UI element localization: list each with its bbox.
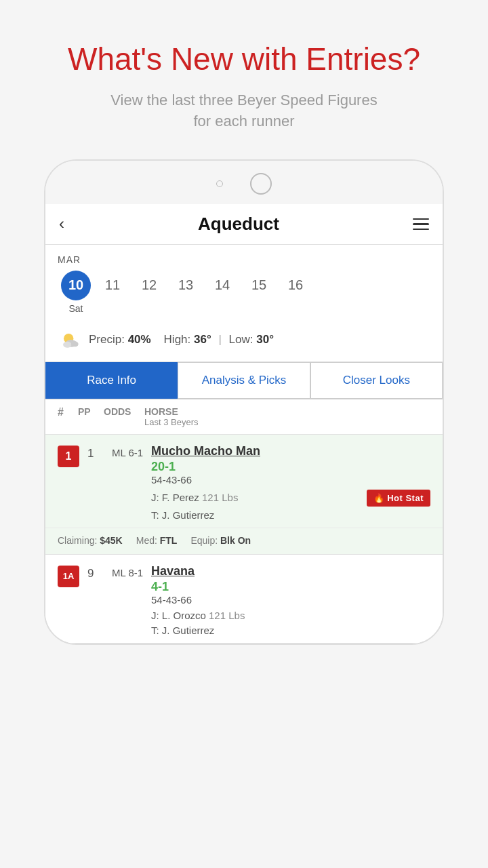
date-10[interactable]: 10: [61, 271, 91, 300]
date-strip: MAR 10 11 12 13 14 15 16 Sat: [45, 245, 443, 314]
entry-odds-label-1: ML 6-1: [112, 447, 151, 458]
jockey-row-1: J: F. Perez 121 Lbs 🔥 Hot Stat: [151, 490, 430, 507]
claiming-1: Claiming: $45K: [58, 535, 123, 546]
menu-button[interactable]: [413, 218, 429, 231]
horse-name-2[interactable]: Havana: [151, 564, 430, 578]
high-value: 36°: [194, 333, 211, 346]
back-button[interactable]: ‹: [59, 214, 64, 233]
weather-icon: [58, 328, 82, 352]
entry-footer-1: Claiming: $45K Med: FTL Equip: Blk On: [45, 528, 443, 554]
app-navbar: ‹ Aqueduct: [45, 204, 443, 245]
hot-stat-label: Hot Stat: [387, 493, 424, 503]
hamburger-line-1: [413, 218, 429, 220]
weather-text: Precip: 40% High: 36° | Low: 30°: [89, 333, 274, 347]
subtitle: View the last three Beyer Speed Figuresf…: [27, 90, 461, 132]
entry-odds-label-2: ML 8-1: [112, 567, 151, 578]
date-12[interactable]: 12: [131, 275, 167, 296]
trainer-1: T: J. Gutierrez: [151, 509, 430, 521]
camera-dot: [216, 180, 223, 187]
entry-badge-1: 1: [58, 446, 79, 467]
date-row: 10 11 12 13 14 15 16: [58, 271, 430, 300]
entry-info-1: Mucho Macho Man 20-1 54-43-66 J: F. Pere…: [151, 444, 430, 521]
app-screen: ‹ Aqueduct MAR 10 11 12 13 14 15: [45, 204, 443, 644]
hamburger-line-2: [413, 223, 429, 225]
date-14[interactable]: 14: [204, 275, 241, 296]
col-pp: PP: [78, 406, 104, 417]
col-horse-label: HORSE: [144, 406, 430, 417]
tab-closer-looks[interactable]: Closer Looks: [310, 362, 443, 399]
col-horse: HORSE Last 3 Beyers: [144, 406, 430, 427]
entry-badge-2: 1A: [58, 566, 79, 587]
entry-odds-value-1: 20-1: [151, 460, 430, 474]
low-value: 30°: [256, 333, 274, 346]
weather-row: Precip: 40% High: 36° | Low: 30°: [45, 321, 443, 362]
hamburger-line-3: [413, 229, 429, 231]
home-button: [250, 173, 272, 195]
entry-pp-1: 1: [87, 447, 105, 460]
entry-row-2: 1A 9 ML 8-1 Havana 4-1 54-43-66 J: L. Or…: [45, 555, 443, 644]
month-label: MAR: [58, 254, 430, 265]
low-label: Low:: [229, 333, 257, 346]
tab-race-info[interactable]: Race Info: [45, 362, 178, 399]
day-label: Sat: [61, 303, 91, 314]
jockey-1: J: F. Perez 121 Lbs: [151, 492, 238, 504]
entry-odds-value-2: 4-1: [151, 580, 430, 594]
high-label: High:: [164, 333, 194, 346]
precip-label: Precip:: [89, 333, 128, 346]
jockey-2: J: L. Orozco 121 Lbs: [151, 610, 245, 622]
svg-point-3: [71, 341, 79, 347]
col-beyers-label: Last 3 Beyers: [144, 417, 430, 427]
beyers-2: 54-43-66: [151, 594, 430, 606]
date-13[interactable]: 13: [167, 275, 204, 296]
trainer-2: T: J. Gutierrez: [151, 625, 430, 636]
date-16[interactable]: 16: [277, 275, 314, 296]
main-title: What's New with Entries?: [27, 41, 461, 78]
entry-main-1: 1 1 ML 6-1 Mucho Macho Man 20-1 54-43-66…: [45, 435, 443, 528]
table-header: # PP ODDS HORSE Last 3 Beyers: [45, 399, 443, 435]
date-15[interactable]: 15: [241, 275, 277, 296]
weather-divider: |: [218, 333, 224, 346]
jockey-row-2: J: L. Orozco 121 Lbs: [151, 610, 430, 622]
entry-main-2: 1A 9 ML 8-1 Havana 4-1 54-43-66 J: L. Or…: [45, 555, 443, 643]
equip-1: Equip: Blk On: [190, 535, 251, 546]
header-section: What's New with Entries? View the last t…: [0, 0, 488, 153]
precip-value: 40%: [128, 333, 151, 346]
phone-frame: ‹ Aqueduct MAR 10 11 12 13 14 15: [44, 159, 444, 645]
entry-row-1: 1 1 ML 6-1 Mucho Macho Man 20-1 54-43-66…: [45, 435, 443, 555]
svg-point-2: [63, 341, 72, 347]
beyers-1: 54-43-66: [151, 474, 430, 486]
hot-stat-badge-1: 🔥 Hot Stat: [367, 490, 430, 507]
hot-stat-flame: 🔥: [373, 493, 385, 503]
page-wrapper: What's New with Entries? View the last t…: [0, 0, 488, 868]
phone-top-bar: [45, 161, 443, 204]
col-hash: #: [58, 406, 78, 418]
med-1: Med: FTL: [136, 535, 178, 546]
entry-info-2: Havana 4-1 54-43-66 J: L. Orozco 121 Lbs…: [151, 564, 430, 636]
date-11[interactable]: 11: [94, 275, 131, 296]
tabs-row: Race Info Analysis & Picks Closer Looks: [45, 362, 443, 399]
app-title: Aqueduct: [198, 214, 279, 235]
horse-name-1[interactable]: Mucho Macho Man: [151, 444, 430, 458]
entry-pp-2: 9: [87, 567, 105, 580]
col-odds: ODDS: [104, 406, 144, 417]
tab-analysis-picks[interactable]: Analysis & Picks: [178, 362, 310, 399]
